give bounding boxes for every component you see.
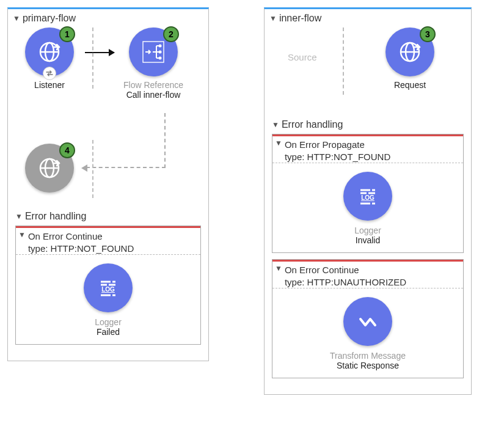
- flow-reference-node[interactable]: 2 Flow Reference Call inner-flow: [117, 28, 190, 100]
- dashed-separator: [92, 28, 93, 89]
- error-section-header[interactable]: ▼ Error handling: [272, 119, 466, 130]
- error-section-title: Error handling: [25, 211, 87, 222]
- arrow-icon: [85, 52, 114, 53]
- error-scope-type: type: HTTP:UNAUTHORIZED: [285, 276, 406, 288]
- error-section-title: Error handling: [282, 119, 343, 130]
- dashed-separator: [92, 140, 93, 198]
- caret-down-icon: ▼: [269, 14, 277, 23]
- globe-request-icon: 4: [25, 144, 74, 193]
- svg-text:LOG: LOG: [361, 194, 374, 201]
- component-type: Transform Message: [272, 351, 463, 361]
- node-label: Request: [373, 80, 447, 90]
- error-scope-body: LOG Logger Failed: [16, 255, 200, 344]
- caret-down-icon: ▼: [275, 139, 282, 147]
- listener-node[interactable]: 1 Listener: [13, 28, 86, 90]
- error-scope-box[interactable]: ▼ On Error Continue type: HTTP:NOT_FOUND…: [15, 226, 201, 345]
- transform-icon: [343, 297, 392, 346]
- grey-globe-node[interactable]: 4: [13, 144, 86, 193]
- error-scope-body: Transform Message Static Response: [272, 288, 463, 378]
- component-label: Invalid: [272, 235, 463, 245]
- error-scope-type: type: HTTP:NOT_FOUND: [285, 151, 390, 163]
- component-label: Static Response: [272, 361, 463, 370]
- error-scope-type: type: HTTP:NOT_FOUND: [28, 243, 134, 255]
- component-label: Failed: [16, 327, 200, 337]
- step-badge-2: 2: [163, 26, 179, 42]
- dashed-connector: [86, 113, 166, 168]
- error-scope-body: LOG Logger Invalid: [272, 163, 463, 252]
- flow-title: primary-flow: [23, 13, 76, 24]
- globe-request-icon: 3: [385, 28, 434, 76]
- flow-panel-primary: ▼ primary-flow 1 Listene: [7, 7, 209, 361]
- node-type-label: Flow Reference: [117, 80, 190, 90]
- error-scope-title: On Error Continue: [28, 230, 134, 243]
- error-scope-box[interactable]: ▼ On Error Propagate type: HTTP:NOT_FOUN…: [272, 134, 464, 253]
- request-node[interactable]: 3 Request: [373, 28, 447, 90]
- flow-panel-inner: ▼ inner-flow Source 3 Request: [264, 7, 472, 395]
- svg-point-6: [159, 45, 162, 48]
- flow-title: inner-flow: [279, 13, 321, 24]
- step-badge-3: 3: [420, 26, 436, 42]
- error-scope-header[interactable]: ▼ On Error Continue type: HTTP:UNAUTHORI…: [272, 262, 463, 288]
- caret-down-icon: ▼: [13, 14, 20, 23]
- error-section-header[interactable]: ▼ Error handling: [15, 211, 203, 222]
- caret-down-icon: ▼: [18, 230, 26, 239]
- component-type: Logger: [16, 317, 200, 327]
- caret-down-icon: ▼: [15, 212, 23, 221]
- step-badge-1: 1: [59, 26, 75, 42]
- panel-header[interactable]: ▼ primary-flow: [13, 13, 203, 24]
- caret-down-icon: ▼: [275, 264, 282, 273]
- error-scope-header[interactable]: ▼ On Error Continue type: HTTP:NOT_FOUND: [16, 228, 200, 255]
- component-type: Logger: [272, 226, 463, 235]
- dashed-separator: [343, 28, 344, 95]
- error-scope-title: On Error Continue: [285, 264, 406, 276]
- svg-point-8: [159, 57, 162, 60]
- panel-header[interactable]: ▼ inner-flow: [269, 13, 466, 24]
- flow-reference-icon: 2: [129, 28, 178, 76]
- log-icon: LOG: [343, 172, 392, 221]
- node-label: Call inner-flow: [117, 90, 190, 100]
- source-placeholder: Source: [288, 52, 317, 62]
- component-row: Source 3 Request: [269, 28, 466, 113]
- node-label: Listener: [13, 80, 86, 90]
- globe-request-icon: 1: [25, 28, 74, 76]
- error-scope-header[interactable]: ▼ On Error Propagate type: HTTP:NOT_FOUN…: [272, 136, 463, 163]
- secondary-row: 4: [13, 144, 203, 205]
- error-scope-title: On Error Propagate: [285, 139, 390, 151]
- log-icon: LOG: [84, 263, 133, 312]
- step-badge-4: 4: [59, 142, 75, 158]
- caret-down-icon: ▼: [272, 120, 279, 129]
- exchange-icon: [43, 67, 56, 80]
- error-scope-box[interactable]: ▼ On Error Continue type: HTTP:UNAUTHORI…: [272, 259, 464, 378]
- svg-text:LOG: LOG: [101, 286, 115, 293]
- svg-point-7: [159, 51, 162, 54]
